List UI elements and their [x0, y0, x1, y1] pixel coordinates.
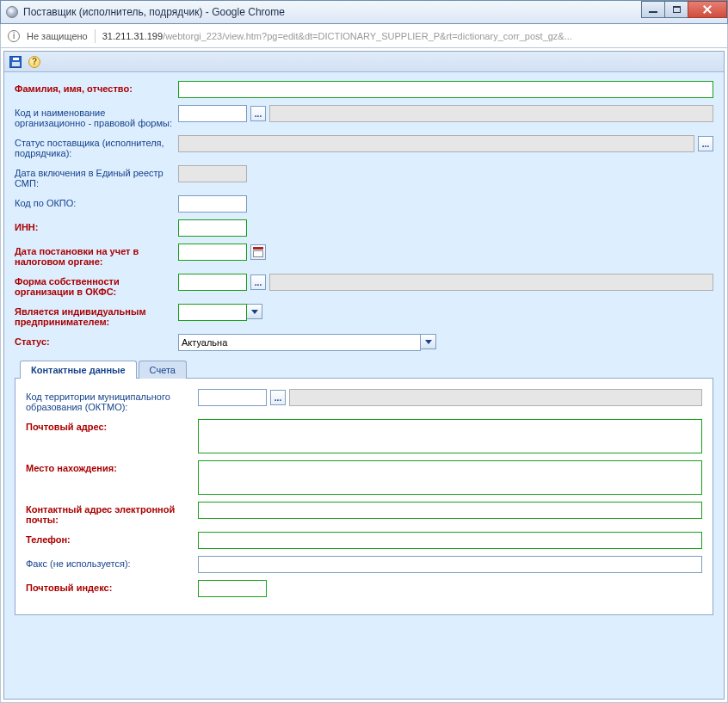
org-form-code-input[interactable]: [178, 105, 247, 122]
okfs-lookup-button[interactable]: ...: [250, 274, 266, 290]
label-smp-date: Дата включения в Единый реестр СМП:: [15, 165, 178, 188]
minimize-button[interactable]: [641, 1, 665, 18]
help-button[interactable]: ?: [27, 54, 42, 70]
chevron-down-icon: [251, 310, 258, 314]
label-tax-date: Дата постановки на учет в налоговом орга…: [15, 244, 178, 267]
zip-input[interactable]: [198, 580, 267, 597]
address-bar: i Не защищено 31.211.31.199/webtorgi_223…: [0, 24, 728, 48]
save-icon: [9, 56, 22, 68]
label-zip: Почтовый индекс:: [26, 580, 198, 593]
phone-input[interactable]: [198, 532, 702, 549]
okfs-code-input[interactable]: [178, 274, 247, 291]
oktmo-lookup-button[interactable]: ...: [270, 390, 286, 405]
is-ip-dropdown-button[interactable]: [247, 304, 262, 319]
chevron-down-icon: [425, 340, 432, 344]
status-dropdown-button[interactable]: [421, 334, 436, 349]
org-form-lookup-button[interactable]: ...: [250, 106, 266, 121]
label-is-ip: Является индивидуальным предпринимателем…: [15, 304, 178, 327]
label-email: Контактный адрес электронной почты:: [26, 502, 198, 525]
tab-contacts-body: Код территории муниципального образовани…: [15, 379, 713, 615]
oktmo-code-input[interactable]: [198, 389, 267, 406]
window-buttons: [642, 1, 727, 18]
security-label: Не защищено: [27, 31, 88, 41]
maximize-icon: [673, 6, 681, 13]
okfs-name-display: [269, 274, 713, 291]
status-select[interactable]: [178, 334, 421, 351]
post-addr-input[interactable]: [198, 419, 702, 453]
window-title: Поставщик (исполнитель, подрядчик) - Goo…: [23, 6, 285, 18]
label-post-addr: Почтовый адрес:: [26, 419, 198, 432]
label-oktmo: Код территории муниципального образовани…: [26, 389, 198, 412]
label-supplier-status: Статус поставщика (исполнителя, подрядчи…: [15, 135, 178, 158]
supplier-status-display: [178, 135, 694, 152]
tab-strip: Контактные данные Счета: [15, 360, 713, 379]
tax-date-input[interactable]: [178, 244, 247, 261]
close-icon: [700, 3, 714, 15]
label-fax: Факс (не используется):: [26, 556, 198, 569]
maximize-button[interactable]: [664, 1, 688, 18]
label-inn: ИНН:: [15, 219, 178, 232]
window-titlebar: Поставщик (исполнитель, подрядчик) - Goo…: [0, 0, 728, 24]
fio-input[interactable]: [178, 81, 713, 98]
label-phone: Телефон:: [26, 532, 198, 545]
org-form-name-display: [269, 105, 713, 122]
form-panel: ? Фамилия, имя, отчество: Код и наименов…: [3, 51, 725, 700]
save-button[interactable]: [8, 54, 23, 70]
calendar-icon[interactable]: [250, 244, 266, 260]
label-fio: Фамилия, имя, отчество:: [15, 81, 178, 94]
location-input[interactable]: [198, 460, 702, 495]
tab-accounts[interactable]: Счета: [139, 361, 187, 379]
separator: [95, 29, 96, 43]
oktmo-name-display: [289, 389, 702, 406]
help-icon: ?: [28, 56, 40, 68]
label-org-form: Код и наименование организационно - прав…: [15, 105, 178, 128]
supplier-status-lookup-button[interactable]: ...: [698, 136, 713, 151]
url-text[interactable]: 31.211.31.199/webtorgi_223/view.htm?pg=e…: [102, 31, 572, 41]
inn-input[interactable]: [178, 219, 247, 237]
okpo-input[interactable]: [178, 195, 247, 213]
label-location: Место нахождения:: [26, 460, 198, 473]
smp-date-display: [178, 165, 247, 182]
label-status: Статус:: [15, 334, 178, 347]
label-okpo: Код по ОКПО:: [15, 195, 178, 208]
form-toolbar: ?: [4, 52, 724, 72]
close-button[interactable]: [688, 1, 727, 18]
globe-icon: [6, 6, 18, 18]
fax-input[interactable]: [198, 556, 702, 573]
tab-contacts[interactable]: Контактные данные: [20, 361, 137, 379]
is-ip-select[interactable]: [178, 304, 247, 321]
minimize-icon: [649, 11, 657, 13]
label-okfs: Форма собственности организации в ОКФС:: [15, 274, 178, 297]
info-icon[interactable]: i: [8, 30, 20, 42]
email-input[interactable]: [198, 502, 702, 519]
